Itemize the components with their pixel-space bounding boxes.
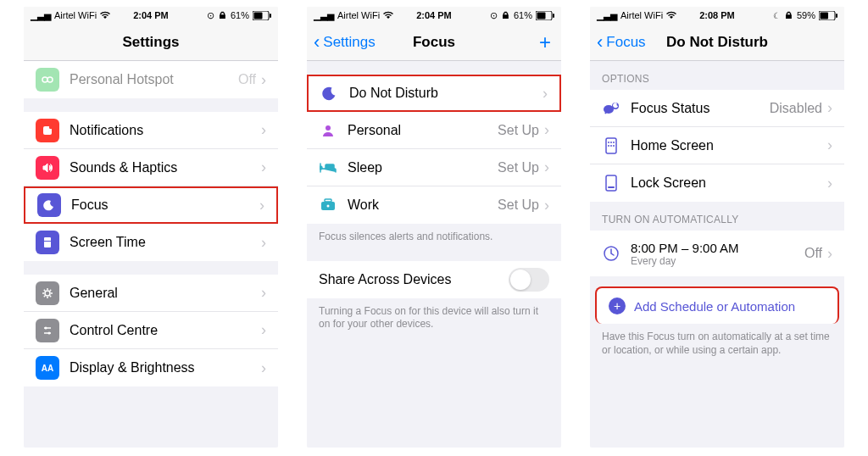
row-label: Focus (71, 197, 259, 213)
screentime-icon (36, 231, 59, 254)
svg-point-7 (45, 291, 50, 296)
control-centre-icon (36, 319, 59, 342)
chevron-left-icon: ‹ (597, 31, 603, 53)
chevron-right-icon: › (544, 197, 549, 214)
svg-rect-17 (325, 199, 331, 202)
row-label: Personal Hotspot (70, 72, 238, 87)
row-detail: Off (238, 72, 256, 87)
row-label: Home Screen (631, 138, 827, 153)
nav-bar: Settings (24, 24, 278, 61)
group-footer: Turning a Focus on for this device will … (307, 298, 561, 335)
row-label: Sounds & Haptics (70, 160, 261, 175)
row-label: Work (348, 197, 498, 213)
general-icon (36, 281, 59, 305)
row-schedule[interactable]: 8:00 PM – 9:00 AM Every day Off › (590, 231, 844, 276)
focus-status-icon (602, 99, 620, 118)
chevron-right-icon: › (259, 197, 264, 214)
svg-rect-32 (606, 175, 616, 191)
home-screen-icon (602, 136, 620, 155)
clock: 2:04 PM (307, 10, 561, 20)
row-general[interactable]: General › (24, 275, 278, 312)
chevron-right-icon: › (261, 359, 266, 377)
svg-point-11 (48, 331, 51, 334)
nav-title: Focus (413, 34, 455, 51)
plus-icon: + (539, 31, 551, 54)
chevron-right-icon: › (827, 136, 832, 154)
row-do-not-disturb[interactable]: Do Not Disturb › (307, 75, 561, 112)
plus-circle-icon: + (609, 298, 626, 314)
back-label: Settings (323, 34, 375, 51)
chevron-right-icon: › (827, 99, 832, 117)
chevron-left-icon: ‹ (314, 31, 320, 53)
chevron-right-icon: › (261, 121, 266, 139)
row-personal-hotspot[interactable]: Personal Hotspot Off › (24, 61, 278, 98)
row-share-across-devices[interactable]: Share Across Devices (307, 261, 561, 298)
chevron-right-icon: › (261, 71, 266, 89)
chevron-right-icon: › (261, 234, 266, 252)
svg-point-26 (608, 142, 609, 143)
row-work[interactable]: Work Set Up › (307, 186, 561, 224)
notifications-icon (36, 119, 59, 142)
row-label: Sleep (348, 160, 498, 175)
clock-icon (602, 244, 620, 263)
svg-point-30 (610, 145, 612, 147)
back-button[interactable]: ‹ Focus (597, 24, 646, 60)
row-display-brightness[interactable]: AA Display & Brightness › (24, 349, 278, 386)
row-focus[interactable]: Focus › (24, 186, 278, 224)
row-label: Control Centre (70, 323, 261, 338)
nav-bar: ‹ Focus Do Not Disturb (590, 24, 844, 61)
svg-point-9 (45, 326, 47, 329)
svg-text:AA: AA (42, 364, 53, 373)
row-focus-status[interactable]: Focus Status Disabled › (590, 90, 844, 127)
status-bar: ▁▃▅ Airtel WiFi 2:04 PM ⊙ 🔒︎ 61% (24, 7, 278, 24)
row-home-screen[interactable]: Home Screen › (590, 127, 844, 164)
clock: 2:08 PM (590, 10, 844, 20)
row-screen-time[interactable]: Screen Time › (24, 224, 278, 261)
row-add-schedule[interactable]: + Add Schedule or Automation (595, 286, 839, 324)
row-control-centre[interactable]: Control Centre › (24, 312, 278, 349)
group-header: OPTIONS (590, 61, 844, 90)
row-personal[interactable]: Personal Set Up › (307, 112, 561, 149)
row-notifications[interactable]: Notifications › (24, 112, 278, 149)
chevron-right-icon: › (261, 321, 266, 339)
chevron-right-icon: › (827, 175, 832, 192)
row-label: Personal (348, 123, 498, 138)
sounds-icon (36, 156, 59, 180)
toggle-switch[interactable] (509, 268, 549, 292)
row-lock-screen[interactable]: Lock Screen › (590, 164, 844, 202)
svg-point-27 (610, 142, 612, 143)
focus-icon (37, 193, 61, 217)
hotspot-icon (36, 68, 59, 92)
row-label: General (70, 286, 261, 301)
display-icon: AA (36, 356, 59, 380)
svg-point-16 (326, 125, 331, 131)
row-label: Focus Status (631, 101, 770, 116)
chevron-right-icon: › (261, 158, 266, 176)
svg-point-3 (42, 77, 47, 82)
svg-rect-33 (608, 186, 615, 188)
row-sounds[interactable]: Sounds & Haptics › (24, 149, 278, 186)
svg-point-4 (47, 77, 53, 82)
row-sleep[interactable]: Sleep Set Up › (307, 149, 561, 186)
bed-icon (319, 158, 337, 177)
add-button[interactable]: + (539, 24, 551, 60)
nav-bar: ‹ Settings Focus + (307, 24, 561, 61)
svg-point-6 (49, 125, 53, 128)
row-detail: Disabled (770, 101, 822, 116)
row-label: Lock Screen (631, 175, 827, 191)
back-label: Focus (606, 34, 645, 51)
screen-focus: ▁▃▅ Airtel WiFi 2:04 PM ⊙ 🔒︎ 61% ‹ Setti… (307, 7, 561, 448)
add-label: Add Schedule or Automation (634, 299, 795, 314)
row-label: Display & Brightness (70, 360, 261, 375)
screen-do-not-disturb: ▁▃▅ Airtel WiFi 2:08 PM ☾ 🔒︎ 59% ‹ Focus… (590, 7, 844, 448)
status-bar: ▁▃▅ Airtel WiFi 2:08 PM ☾ 🔒︎ 59% (590, 7, 844, 24)
svg-point-29 (608, 145, 609, 147)
chevron-right-icon: › (544, 121, 549, 139)
lock-screen-icon (602, 174, 620, 192)
back-button[interactable]: ‹ Settings (314, 24, 376, 60)
chevron-right-icon: › (261, 284, 266, 302)
person-icon (319, 121, 337, 140)
briefcase-icon (319, 196, 337, 214)
row-detail: Set Up (498, 197, 539, 213)
group-footer: Have this Focus turn on automatically at… (590, 324, 844, 360)
